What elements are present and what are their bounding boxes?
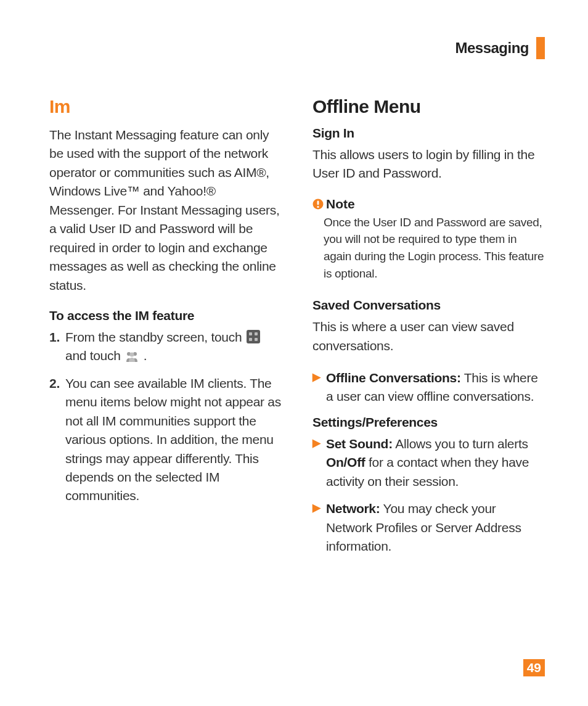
bullet-text: Offline Conversations: This is where a u… bbox=[326, 369, 545, 406]
network-bullet: ▶ Network: You may check your Network Pr… bbox=[312, 499, 545, 556]
saved-section: Saved Conversations This is where a user… bbox=[312, 298, 545, 355]
svg-point-2 bbox=[130, 353, 134, 357]
saved-text: This is where a user can view saved conv… bbox=[312, 318, 545, 355]
saved-heading: Saved Conversations bbox=[312, 298, 545, 313]
step-1: 1. From the standby screen, touch and to… bbox=[49, 328, 282, 366]
page-header: Messaging bbox=[49, 37, 545, 59]
im-heading: Im bbox=[49, 96, 282, 117]
page: Messaging Im The Instant Messaging featu… bbox=[0, 0, 588, 706]
bullet-label: Set Sound: bbox=[326, 437, 393, 451]
access-heading: To access the IM feature bbox=[49, 308, 282, 323]
svg-rect-4 bbox=[317, 200, 319, 205]
im-intro: The Instant Messaging feature can only b… bbox=[49, 126, 282, 295]
bullet-bold: On/Off bbox=[326, 455, 365, 469]
alert-icon bbox=[312, 199, 324, 210]
bullet-pre: Allows you to turn alerts bbox=[393, 437, 528, 451]
note-label: Note bbox=[326, 197, 355, 211]
note-body: Once the User ID and Password are saved,… bbox=[324, 214, 545, 282]
page-number: 49 bbox=[523, 659, 545, 676]
right-column: Offline Menu Sign In This allows users t… bbox=[312, 96, 545, 564]
step-text: From the standby screen, touch and touch bbox=[65, 328, 282, 366]
contacts-icon bbox=[125, 351, 139, 362]
section-title: Messaging bbox=[455, 39, 529, 57]
offline-menu-heading: Offline Menu bbox=[312, 96, 545, 117]
bullet-label: Offline Conversations: bbox=[326, 371, 461, 385]
step-text: You can see available IM clients. The me… bbox=[65, 374, 282, 506]
bullet-text: Network: You may check your Network Prof… bbox=[326, 499, 545, 556]
offline-conversations-bullet: ▶ Offline Conversations: This is where a… bbox=[312, 369, 545, 406]
arrow-icon: ▶ bbox=[312, 499, 326, 556]
left-column: Im The Instant Messaging feature can onl… bbox=[49, 96, 282, 564]
bullet-text: Set Sound: Allows you to turn alerts On/… bbox=[326, 435, 545, 491]
svg-point-5 bbox=[317, 206, 319, 208]
sign-in-heading: Sign In bbox=[312, 126, 545, 141]
step-2: 2. You can see available IM clients. The… bbox=[49, 374, 282, 506]
sign-in-text: This allows users to login by filling in… bbox=[312, 146, 545, 183]
accent-bar bbox=[536, 37, 545, 59]
settings-heading: Settings/Preferences bbox=[312, 415, 545, 430]
set-sound-bullet: ▶ Set Sound: Allows you to turn alerts O… bbox=[312, 435, 545, 491]
apps-icon bbox=[247, 330, 260, 343]
step-text-post: . bbox=[144, 348, 147, 363]
step-text-pre: From the standby screen, touch bbox=[65, 330, 245, 344]
step-text-mid: and touch bbox=[65, 348, 124, 363]
note-header: Note bbox=[312, 197, 545, 211]
step-number: 1. bbox=[49, 328, 65, 366]
bullet-label: Network: bbox=[326, 501, 380, 515]
arrow-icon: ▶ bbox=[312, 369, 326, 406]
step-number: 2. bbox=[49, 374, 65, 506]
sign-in-section: Sign In This allows users to login by fi… bbox=[312, 126, 545, 183]
content-columns: Im The Instant Messaging feature can onl… bbox=[49, 96, 545, 564]
arrow-icon: ▶ bbox=[312, 435, 326, 491]
